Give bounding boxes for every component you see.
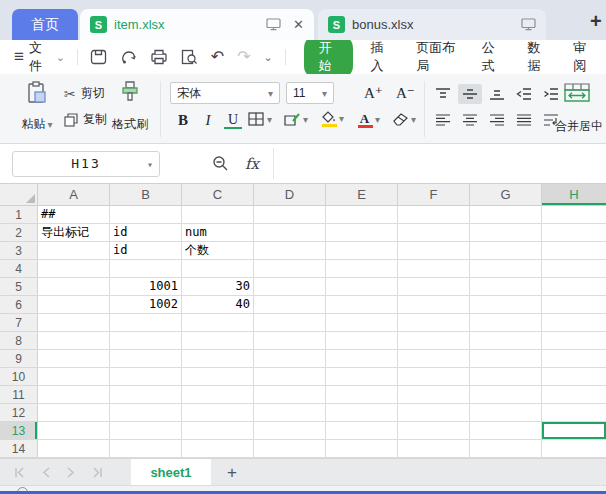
increase-font-size-button[interactable]: A⁺ — [364, 84, 383, 102]
cell-D3[interactable] — [254, 242, 326, 260]
cell-C3[interactable]: 个数 — [182, 242, 254, 260]
cell-G10[interactable] — [470, 368, 542, 386]
cell-A4[interactable] — [38, 260, 110, 278]
column-header-A[interactable]: A — [38, 184, 110, 206]
font-color-dropdown-icon[interactable]: ▾ — [375, 114, 380, 125]
cell-H9[interactable] — [542, 350, 606, 368]
column-header-G[interactable]: G — [470, 184, 542, 206]
first-sheet-icon[interactable] — [14, 467, 25, 478]
cell-H5[interactable] — [542, 278, 606, 296]
cell-A7[interactable] — [38, 314, 110, 332]
cell-C13[interactable] — [182, 422, 254, 440]
cell-G8[interactable] — [470, 332, 542, 350]
cell-C1[interactable] — [182, 206, 254, 224]
cell-A6[interactable] — [38, 296, 110, 314]
cell-F3[interactable] — [398, 242, 470, 260]
cell-C12[interactable] — [182, 404, 254, 422]
font-name-select[interactable]: 宋体 ▾ — [170, 82, 280, 104]
add-sheet-button[interactable]: + — [227, 464, 237, 481]
cell-D7[interactable] — [254, 314, 326, 332]
cell-H12[interactable] — [542, 404, 606, 422]
row-header-9[interactable]: 9 — [0, 350, 38, 368]
cell-G2[interactable] — [470, 224, 542, 242]
row-header-3[interactable]: 3 — [0, 242, 38, 260]
cell-H7[interactable] — [542, 314, 606, 332]
previous-sheet-icon[interactable] — [42, 467, 50, 478]
cell-A8[interactable] — [38, 332, 110, 350]
align-left-button[interactable] — [431, 110, 455, 130]
cell-B1[interactable] — [110, 206, 182, 224]
customize-toolbar-chevron-icon[interactable]: ⌄ — [264, 51, 273, 64]
cell-D2[interactable] — [254, 224, 326, 242]
column-header-D[interactable]: D — [254, 184, 326, 206]
cell-G3[interactable] — [470, 242, 542, 260]
file-menu-chevron-icon[interactable]: ⌄ — [56, 51, 65, 64]
cell-F9[interactable] — [398, 350, 470, 368]
undo-icon[interactable]: ↶ — [211, 49, 224, 65]
save-icon[interactable] — [90, 49, 107, 65]
cell-D11[interactable] — [254, 386, 326, 404]
cell-B14[interactable] — [110, 440, 182, 458]
cell-F6[interactable] — [398, 296, 470, 314]
fill-color-button[interactable]: ▾ — [320, 110, 344, 127]
cell-E10[interactable] — [326, 368, 398, 386]
decrease-indent-button[interactable] — [512, 84, 536, 104]
cell-E7[interactable] — [326, 314, 398, 332]
align-center-button[interactable] — [458, 110, 482, 130]
cell-F11[interactable] — [398, 386, 470, 404]
cell-B8[interactable] — [110, 332, 182, 350]
align-right-button[interactable] — [485, 110, 509, 130]
cell-A5[interactable] — [38, 278, 110, 296]
cell-E4[interactable] — [326, 260, 398, 278]
cell-D13[interactable] — [254, 422, 326, 440]
cell-C14[interactable] — [182, 440, 254, 458]
cell-E14[interactable] — [326, 440, 398, 458]
document-tab-bonus[interactable]: S bonus.xlsx — [318, 9, 546, 40]
cell-D10[interactable] — [254, 368, 326, 386]
document-tab-item[interactable]: S item.xlsx ✕ — [80, 9, 314, 40]
tab-home[interactable]: 开始 — [304, 35, 354, 79]
cell-A11[interactable] — [38, 386, 110, 404]
cell-F8[interactable] — [398, 332, 470, 350]
cell-B5[interactable]: 1001 — [110, 278, 182, 296]
format-painter-button[interactable] — [108, 81, 152, 108]
decrease-font-size-button[interactable]: A⁻ — [396, 84, 415, 102]
export-icon[interactable] — [120, 49, 137, 65]
row-header-8[interactable]: 8 — [0, 332, 38, 350]
new-document-tab-button[interactable]: + — [590, 13, 606, 29]
cell-G12[interactable] — [470, 404, 542, 422]
cell-C6[interactable]: 40 — [182, 296, 254, 314]
cell-F12[interactable] — [398, 404, 470, 422]
cell-F10[interactable] — [398, 368, 470, 386]
borders-button[interactable]: ▾ — [248, 112, 272, 127]
cell-D6[interactable] — [254, 296, 326, 314]
cell-G9[interactable] — [470, 350, 542, 368]
column-header-H[interactable]: H — [542, 184, 606, 206]
cell-F7[interactable] — [398, 314, 470, 332]
cell-H4[interactable] — [542, 260, 606, 278]
tab-insert[interactable]: 插入 — [357, 35, 403, 79]
cell-C2[interactable]: num — [182, 224, 254, 242]
cell-G14[interactable] — [470, 440, 542, 458]
cell-E5[interactable] — [326, 278, 398, 296]
cell-H1[interactable] — [542, 206, 606, 224]
cell-B12[interactable] — [110, 404, 182, 422]
cell-E6[interactable] — [326, 296, 398, 314]
cell-B9[interactable] — [110, 350, 182, 368]
cell-G1[interactable] — [470, 206, 542, 224]
borders-dropdown-icon[interactable]: ▾ — [267, 114, 272, 125]
cell-F4[interactable] — [398, 260, 470, 278]
home-tab[interactable]: 首页 — [12, 9, 78, 40]
hamburger-menu-icon[interactable]: ≡ — [14, 47, 24, 67]
cell-E13[interactable] — [326, 422, 398, 440]
file-menu[interactable]: 文件 — [29, 39, 52, 75]
cell-F1[interactable] — [398, 206, 470, 224]
cell-H6[interactable] — [542, 296, 606, 314]
clear-format-dropdown-icon[interactable]: ▾ — [411, 114, 416, 125]
row-header-7[interactable]: 7 — [0, 314, 38, 332]
cell-H3[interactable] — [542, 242, 606, 260]
align-bottom-button[interactable] — [485, 84, 509, 104]
cell-D1[interactable] — [254, 206, 326, 224]
font-color-button[interactable]: A ▾ — [356, 111, 380, 128]
cell-E2[interactable] — [326, 224, 398, 242]
